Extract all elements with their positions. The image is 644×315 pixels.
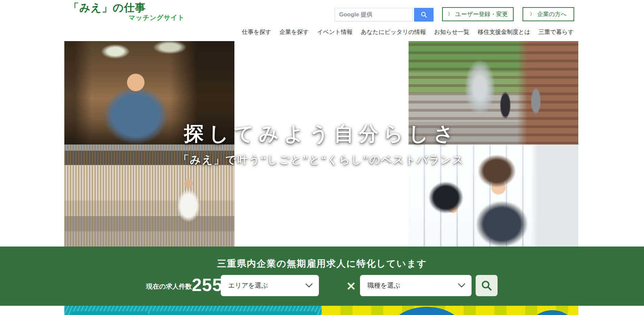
- hero-section: 探してみよう自分らしさ 「みえ」で叶う“しごと”と“くらし”のベストバランス: [64, 41, 578, 247]
- yellow-card-strip: [322, 306, 578, 315]
- chevron-right-icon: 〉: [530, 11, 534, 17]
- teal-card-strip: [64, 306, 322, 315]
- blue-dome-large: [384, 307, 469, 315]
- logo-title: 「みえ」の仕事: [68, 2, 146, 14]
- hero-subtitle: 「みえ」で叶う“しごと”と“くらし”のベストバランス: [64, 153, 578, 167]
- search-icon: [481, 280, 492, 291]
- nav-item-events[interactable]: イベント情報: [317, 27, 353, 37]
- cross-separator: ✕: [342, 279, 360, 293]
- job-type-select-value: 職種を選ぶ: [368, 281, 400, 290]
- area-select-value: エリアを選ぶ: [228, 281, 268, 290]
- job-count: 現在の求人件数 255 件: [146, 277, 229, 293]
- nav-item-live-in-mie[interactable]: 三重で暮らす: [539, 27, 574, 37]
- chevron-right-icon: 〉: [448, 11, 452, 17]
- job-search-banner: 三重県内企業の無期雇用求人に特化しています 現在の求人件数 255 件 エリアを…: [0, 247, 644, 306]
- logo-subtitle: マッチングサイト: [129, 13, 185, 22]
- job-type-select[interactable]: 職種を選ぶ: [360, 275, 472, 296]
- user-register-button[interactable]: 〉 ユーザー登録・変更: [442, 7, 514, 21]
- job-count-label: 現在の求人件数: [146, 282, 192, 293]
- nav-item-news[interactable]: お知らせ一覧: [434, 27, 469, 37]
- header: 「みえ」の仕事 マッチングサイト 〉 ユーザー登録・変更 〉 企業の方へ 仕事を…: [0, 0, 644, 41]
- nav-item-find-company[interactable]: 企業を探す: [280, 27, 309, 37]
- area-select[interactable]: エリアを選ぶ: [221, 275, 319, 296]
- chevron-down-icon: [305, 283, 313, 288]
- nav-item-recommended[interactable]: あなたにピッタリの情報: [361, 27, 426, 37]
- next-section-strip: [64, 306, 578, 315]
- google-search-button[interactable]: [414, 8, 434, 22]
- hero-title: 探してみよう自分らしさ: [64, 121, 578, 147]
- search-icon: [421, 11, 427, 18]
- nav-item-relocation-support[interactable]: 移住支援金制度とは: [478, 27, 530, 37]
- google-search-input[interactable]: [335, 8, 413, 22]
- user-register-label: ユーザー登録・変更: [455, 10, 508, 18]
- chevron-down-icon: [458, 283, 465, 288]
- banner-heading: 三重県内企業の無期雇用求人に特化しています: [0, 257, 644, 270]
- banner-search-button[interactable]: [476, 275, 498, 296]
- company-label: 企業の方へ: [537, 10, 567, 18]
- company-button[interactable]: 〉 企業の方へ: [523, 7, 574, 21]
- nav-item-find-job[interactable]: 仕事を探す: [242, 27, 271, 37]
- job-count-value: 255: [192, 277, 222, 293]
- site-logo[interactable]: 「みえ」の仕事 マッチングサイト: [68, 2, 146, 14]
- teal-tab: [150, 311, 316, 315]
- teal-tab: [72, 311, 148, 315]
- main-nav: 仕事を探す 企業を探す イベント情報 あなたにピッタリの情報 お知らせ一覧 移住…: [242, 27, 574, 37]
- page: 「みえ」の仕事 マッチングサイト 〉 ユーザー登録・変更 〉 企業の方へ 仕事を…: [0, 0, 644, 315]
- blue-dome-small: [528, 310, 576, 315]
